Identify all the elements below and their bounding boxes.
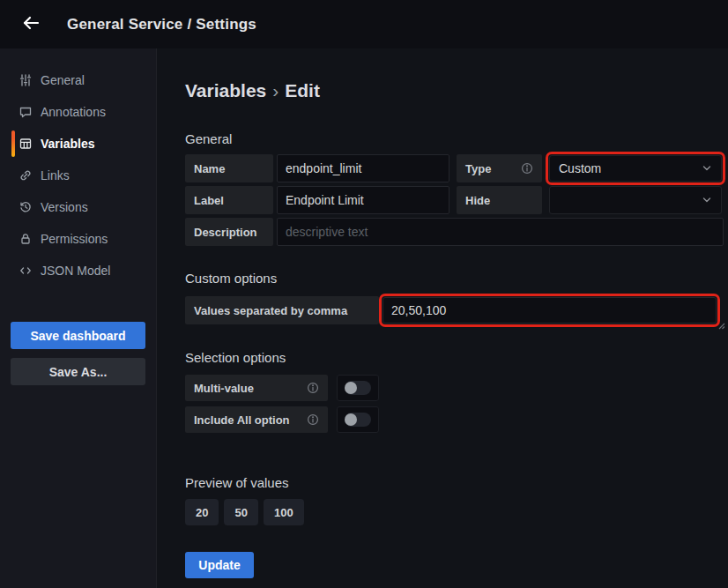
breadcrumb-separator: › xyxy=(266,80,285,100)
sidebar-item-links[interactable]: Links xyxy=(0,160,156,191)
active-indicator-bar xyxy=(11,130,15,157)
label-input[interactable] xyxy=(277,186,449,214)
general-section-heading: General xyxy=(185,131,728,146)
type-select[interactable]: Custom xyxy=(549,155,722,182)
name-input[interactable] xyxy=(277,154,449,182)
sidebar-item-label: Versions xyxy=(41,200,88,214)
sidebar-item-label: Variables xyxy=(41,137,95,151)
update-button[interactable]: Update xyxy=(185,552,254,578)
sidebar-item-json-model[interactable]: JSON Model xyxy=(0,255,156,287)
window-title: General Service / Settings xyxy=(67,16,256,33)
include-all-label-text: Include All option xyxy=(194,413,290,427)
name-type-row: Name Type Custom xyxy=(185,154,728,182)
multi-value-label: Multi-value xyxy=(185,375,328,401)
arrow-left-icon xyxy=(20,12,41,36)
preview-heading: Preview of values xyxy=(185,475,728,490)
chevron-down-icon xyxy=(702,197,712,204)
chevron-down-icon xyxy=(702,165,712,172)
variable-icon xyxy=(19,137,33,151)
sidebar-item-label: JSON Model xyxy=(41,264,110,278)
multi-value-toggle[interactable] xyxy=(337,375,379,401)
toggle-knob xyxy=(345,413,357,426)
info-icon[interactable] xyxy=(521,162,533,175)
breadcrumb-edit: Edit xyxy=(285,80,320,100)
sidebar-item-permissions[interactable]: Permissions xyxy=(0,223,156,255)
sidebar-item-variables[interactable]: Variables xyxy=(0,128,156,160)
sidebar-item-label: Annotations xyxy=(41,105,106,119)
include-all-toggle[interactable] xyxy=(337,406,379,433)
header-bar: General Service / Settings xyxy=(0,0,728,48)
description-row: Description xyxy=(185,218,728,246)
info-icon[interactable] xyxy=(307,382,319,394)
description-label: Description xyxy=(185,218,273,246)
preview-value-chip: 50 xyxy=(224,499,257,525)
sliders-icon xyxy=(19,73,33,87)
values-input[interactable] xyxy=(383,297,717,324)
values-label: Values separated by comma xyxy=(185,296,379,324)
label-label: Label xyxy=(185,186,273,214)
include-all-label: Include All option xyxy=(185,406,328,433)
preview-value-chip: 20 xyxy=(185,499,219,525)
preview-value-chip: 100 xyxy=(264,499,304,525)
breadcrumb-variables: Variables xyxy=(185,80,266,100)
selection-options-heading: Selection options xyxy=(185,350,728,365)
values-row: Values separated by comma xyxy=(185,296,728,324)
code-icon xyxy=(19,264,33,278)
link-icon xyxy=(19,168,33,182)
description-input[interactable] xyxy=(277,218,724,246)
page-title: Variables›Edit xyxy=(185,80,728,101)
sidebar-item-label: General xyxy=(41,73,85,87)
sidebar-item-versions[interactable]: Versions xyxy=(0,191,156,223)
comment-icon xyxy=(19,105,33,119)
toggle-track xyxy=(345,381,371,395)
lock-icon xyxy=(19,232,33,246)
hide-label-text: Hide xyxy=(465,194,490,207)
hide-select[interactable] xyxy=(549,186,722,214)
multi-value-row: Multi-value xyxy=(185,375,728,401)
sidebar-item-general[interactable]: General xyxy=(0,64,156,96)
include-all-row: Include All option xyxy=(185,406,728,433)
multi-value-label-text: Multi-value xyxy=(194,382,254,395)
custom-options-heading: Custom options xyxy=(185,271,728,286)
info-icon[interactable] xyxy=(307,413,319,426)
variables-edit-panel: Variables›Edit General Name Type Custom xyxy=(157,48,728,588)
save-as-button[interactable]: Save As... xyxy=(11,358,145,385)
sidebar-item-label: Links xyxy=(41,168,70,182)
toggle-knob xyxy=(345,382,357,394)
type-label: Type xyxy=(457,154,542,182)
name-label: Name xyxy=(185,154,273,182)
history-icon xyxy=(19,200,33,214)
save-dashboard-button[interactable]: Save dashboard xyxy=(11,322,145,349)
label-hide-row: Label Hide xyxy=(185,186,728,214)
settings-sidebar: General Annotations Variables xyxy=(0,48,157,588)
hide-label: Hide xyxy=(457,186,542,214)
sidebar-item-label: Permissions xyxy=(41,232,108,246)
type-select-value: Custom xyxy=(559,161,601,175)
type-label-text: Type xyxy=(465,162,491,175)
toggle-track xyxy=(345,413,371,427)
preview-values: 20 50 100 xyxy=(185,499,728,525)
back-button[interactable] xyxy=(14,8,48,41)
sidebar-item-annotations[interactable]: Annotations xyxy=(0,96,156,128)
resize-handle-icon[interactable] xyxy=(717,322,725,330)
